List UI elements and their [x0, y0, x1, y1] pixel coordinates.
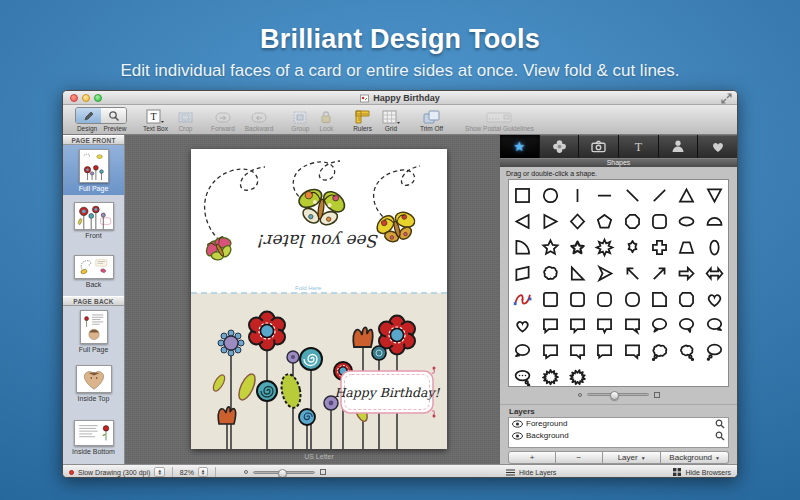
shape-rrect2[interactable]: [564, 286, 591, 312]
shape-burst8[interactable]: [591, 234, 618, 260]
shape-line-d1[interactable]: [619, 182, 646, 208]
shape-blob[interactable]: [536, 260, 563, 286]
tab-text[interactable]: T: [619, 135, 659, 158]
remove-layer-button[interactable]: −: [556, 451, 603, 464]
flower-tulip-right[interactable]: [353, 327, 372, 347]
shape-thought2[interactable]: [673, 338, 700, 364]
zoom-window-button[interactable]: [94, 94, 102, 102]
shape-right-tri[interactable]: [564, 260, 591, 286]
shape-arrow-right[interactable]: [673, 260, 700, 286]
visibility-eye-icon[interactable]: [512, 420, 523, 428]
card-top-text[interactable]: See you later!: [257, 231, 379, 251]
sidebar-item-front-full-page[interactable]: Full Page: [63, 145, 124, 195]
flower-tulip-left[interactable]: [218, 407, 235, 424]
close-button[interactable]: [70, 94, 78, 102]
shape-oval-tall[interactable]: [701, 234, 728, 260]
shape-heart[interactable]: [701, 286, 728, 312]
shape-rounded-square[interactable]: [646, 208, 673, 234]
shape-rspeech3[interactable]: [701, 312, 728, 338]
shape-tri-right[interactable]: [536, 208, 563, 234]
flower-teal-spiral[interactable]: [300, 348, 322, 370]
shape-oval-wide[interactable]: [673, 208, 700, 234]
flower-blue-small[interactable]: [299, 409, 315, 425]
layer-row-foreground[interactable]: Foreground: [509, 418, 728, 430]
zoom-level-stepper[interactable]: ▲▼: [198, 467, 208, 477]
shape-speech7[interactable]: [591, 338, 618, 364]
shape-rrect1[interactable]: [536, 286, 563, 312]
shape-circle[interactable]: [536, 182, 563, 208]
shape-diamond[interactable]: [564, 208, 591, 234]
shape-line-d2[interactable]: [646, 182, 673, 208]
shape-speech6[interactable]: [564, 338, 591, 364]
shape-speech4[interactable]: [619, 312, 646, 338]
flower-red-big-left[interactable]: [249, 312, 285, 351]
size-slider-track[interactable]: [587, 393, 649, 396]
shape-thought3[interactable]: [701, 338, 728, 364]
shape-speech1[interactable]: [536, 312, 563, 338]
shape-heart2[interactable]: [509, 312, 536, 338]
rulers-button[interactable]: Rulers: [353, 107, 372, 132]
shape-rrect3[interactable]: [591, 286, 618, 312]
shape-bezier[interactable]: [509, 286, 536, 312]
shape-speech-dots[interactable]: [509, 364, 536, 387]
size-slider-knob[interactable]: [610, 391, 619, 400]
layer-menu-button[interactable]: Layer▼: [603, 451, 661, 464]
tab-shapes[interactable]: ★: [500, 135, 540, 158]
card-bottom-face[interactable]: Happy Birthday!: [191, 293, 447, 449]
flower-purple-ring[interactable]: [218, 330, 244, 356]
drawing-mode-stepper[interactable]: ▲▼: [154, 467, 164, 477]
shape-quad[interactable]: [509, 260, 536, 286]
grid-button[interactable]: Grid: [382, 107, 400, 132]
shape-tri-up[interactable]: [673, 182, 700, 208]
shape-cross[interactable]: [646, 234, 673, 260]
flower-teal-small[interactable]: [372, 346, 386, 360]
shape-size-slider[interactable]: [500, 387, 737, 402]
shape-rspeech2[interactable]: [673, 312, 700, 338]
shape-star5[interactable]: [536, 234, 563, 260]
tab-clipart[interactable]: [540, 135, 580, 158]
shape-octagon-cut[interactable]: [673, 286, 700, 312]
shape-arrow-double[interactable]: [701, 260, 728, 286]
card-top-face[interactable]: See you later!: [191, 149, 447, 293]
shape-arrowhead[interactable]: [591, 260, 618, 286]
sidebar-item-back-full-page[interactable]: Full Page: [63, 306, 124, 357]
shape-speech2[interactable]: [564, 312, 591, 338]
shape-arrow-nw[interactable]: [619, 260, 646, 286]
shape-semicircle[interactable]: [701, 208, 728, 234]
shape-tri-left[interactable]: [509, 208, 536, 234]
shape-speech5[interactable]: [536, 338, 563, 364]
add-layer-button[interactable]: +: [508, 451, 556, 464]
hide-browsers-button[interactable]: Hide Browsers: [673, 465, 731, 478]
layer-row-background[interactable]: Background: [509, 430, 728, 442]
shape-pentagon[interactable]: [591, 208, 618, 234]
fullscreen-icon[interactable]: [721, 93, 732, 104]
card-document[interactable]: See you later!: [191, 149, 447, 449]
shape-speech8[interactable]: [619, 338, 646, 364]
visibility-eye-icon[interactable]: [512, 432, 523, 440]
shape-tri-down[interactable]: [701, 182, 728, 208]
text-box-button[interactable]: T Text Box: [143, 107, 168, 132]
zoom-slider-knob[interactable]: [278, 469, 287, 478]
trim-off-button[interactable]: Trim Off: [420, 107, 443, 132]
card-bottom-text[interactable]: Happy Birthday!: [334, 385, 440, 400]
shape-star5-round[interactable]: [564, 234, 591, 260]
shape-burst-b[interactable]: [564, 364, 591, 387]
design-button[interactable]: [76, 108, 101, 123]
layer-search-icon[interactable]: [715, 431, 725, 441]
zoom-slider-track[interactable]: [253, 471, 315, 474]
shape-star-curved[interactable]: [619, 234, 646, 260]
shape-rrect4[interactable]: [619, 286, 646, 312]
shape-rspeech1[interactable]: [646, 312, 673, 338]
background-menu-button[interactable]: Background▼: [661, 451, 729, 464]
shape-speech3[interactable]: [591, 312, 618, 338]
tab-favorites[interactable]: [698, 135, 737, 158]
shape-thought1[interactable]: [646, 338, 673, 364]
shape-arrow-ne[interactable]: [646, 260, 673, 286]
sidebar-item-inside-bottom[interactable]: Inside Bottom: [63, 410, 124, 464]
shape-square[interactable]: [509, 182, 536, 208]
canvas-zoom-slider[interactable]: [244, 465, 326, 478]
happy-birthday-label[interactable]: Happy Birthday!: [334, 367, 440, 418]
shape-line-h[interactable]: [591, 182, 618, 208]
tab-photos[interactable]: [579, 135, 619, 158]
preview-button[interactable]: [101, 108, 126, 123]
